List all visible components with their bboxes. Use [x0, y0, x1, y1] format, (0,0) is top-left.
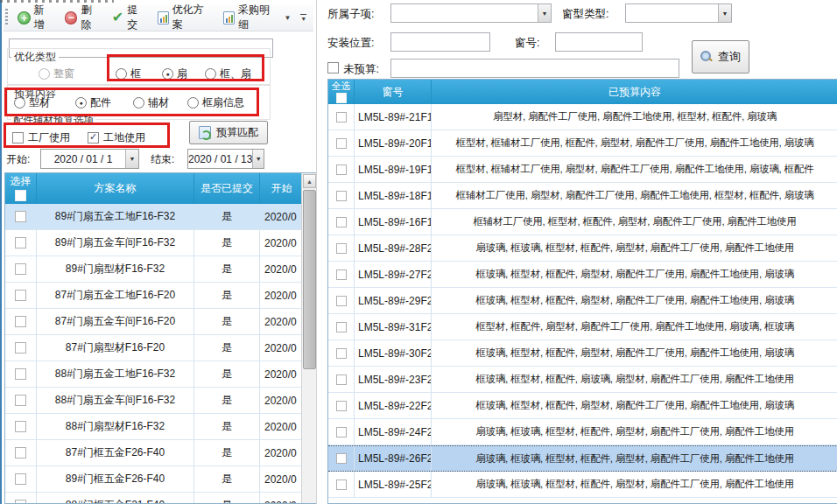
window-no: LM5L-89#-25F23: [355, 472, 432, 497]
row-checkbox[interactable]: [336, 427, 347, 438]
window-no-column-header[interactable]: 窗号: [355, 80, 432, 104]
checkbox-site-use[interactable]: ✓ 工地使用: [88, 130, 145, 145]
sub-item-select[interactable]: [390, 4, 552, 23]
table-row[interactable]: LM5L-89#-30F28框玻璃, 框型材, 框配件, 扇型材, 扇配件工厂使…: [328, 340, 837, 367]
chevron-down-icon[interactable]: [718, 4, 731, 22]
row-checkbox[interactable]: [336, 401, 347, 411]
radio-profile[interactable]: 型材: [14, 94, 50, 110]
row-checkbox[interactable]: [15, 211, 26, 222]
row-checkbox[interactable]: [336, 138, 347, 149]
row-checkbox[interactable]: [15, 316, 26, 327]
table-row[interactable]: 87#门扇五金车间F16-F20是2020/0: [5, 309, 303, 335]
table-row[interactable]: 89#门扇型材F16-F32是2020/0: [5, 256, 303, 283]
table-row[interactable]: 87#门扇五金工地F16-F20是2020/0: [5, 283, 303, 309]
no-budget-checkbox[interactable]: [327, 62, 339, 74]
budgeted-column-header[interactable]: 已预算内容: [432, 80, 837, 104]
radio-accessory[interactable]: ● 配件: [75, 94, 111, 110]
start-date-picker[interactable]: 2020 / 01 / 1: [40, 149, 139, 169]
start-column-header[interactable]: 开始: [260, 173, 303, 204]
scrollbar-thumb[interactable]: [303, 190, 316, 369]
chevron-down-icon[interactable]: [538, 4, 551, 22]
table-row[interactable]: LM5L-89#-27F25框玻璃, 框型材, 框配件, 扇型材, 扇配件工厂使…: [328, 262, 837, 288]
table-row[interactable]: LM5L-89#-16F15框辅材工厂使用, 框型材, 框配件, 扇型材, 扇配…: [328, 209, 837, 235]
window-type-select[interactable]: [625, 4, 732, 23]
row-checkbox[interactable]: [336, 164, 347, 175]
vertical-scrollbar[interactable]: [301, 173, 316, 503]
row-checkbox[interactable]: [336, 217, 347, 228]
row-checkbox[interactable]: [336, 112, 347, 122]
chevron-down-icon[interactable]: [125, 150, 138, 168]
toolbar-grip[interactable]: [5, 9, 8, 26]
install-position-input[interactable]: [390, 32, 490, 52]
row-checkbox[interactable]: [336, 374, 347, 385]
row-checkbox[interactable]: [15, 237, 26, 248]
query-button[interactable]: 查询: [692, 40, 749, 74]
panel-splitter[interactable]: [316, 0, 317, 504]
submit-button[interactable]: 提交: [108, 0, 151, 35]
window-no-input[interactable]: [555, 32, 643, 52]
row-checkbox[interactable]: [336, 243, 347, 254]
row-checkbox[interactable]: [15, 395, 26, 406]
radio-sash[interactable]: ● 扇: [162, 66, 187, 81]
table-row[interactable]: LM5L-89#-19F17框型材, 框辅材工厂使用, 扇型材, 扇配件工厂使用…: [328, 157, 837, 183]
delete-button[interactable]: 删除: [60, 0, 106, 35]
table-row[interactable]: 88#门框五金F21-F40是2020/0: [5, 493, 303, 504]
row-checkbox[interactable]: [15, 421, 26, 432]
table-row[interactable]: 88#门扇五金车间F16-F32是2020/0: [5, 388, 303, 414]
row-checkbox[interactable]: [15, 263, 26, 275]
radio-frame[interactable]: 框: [116, 66, 141, 81]
table-row[interactable]: 89#门框五金F26-F40是2020/0: [5, 466, 303, 493]
toolbar-overflow-button[interactable]: [297, 8, 310, 27]
row-checkbox[interactable]: [15, 500, 26, 504]
table-row[interactable]: 88#门扇五金工地F16-F32是2020/0: [5, 361, 303, 388]
table-row[interactable]: 89#门扇五金车间F16-F32是2020/0: [5, 230, 303, 256]
radio-frame-sash-info[interactable]: 框扇信息: [187, 94, 244, 110]
row-checkbox[interactable]: [336, 191, 347, 201]
plan-submitted: 是: [194, 388, 260, 413]
table-row[interactable]: LM5L-89#-20F18框型材, 框辅材工厂使用, 框配件, 扇型材, 扇配…: [328, 130, 837, 157]
end-date-picker[interactable]: 2020 / 01 / 13: [187, 149, 264, 169]
row-checkbox[interactable]: [336, 480, 347, 490]
plan-start: 2020/0: [260, 335, 303, 360]
table-row[interactable]: LM5L-89#-21F19扇型材, 扇配件工厂使用, 扇配件工地使用, 框型材…: [328, 104, 837, 130]
row-checkbox[interactable]: [336, 322, 347, 332]
budget-match-button[interactable]: 预算匹配: [189, 121, 268, 144]
select-all-checkbox[interactable]: [15, 190, 26, 201]
row-checkbox[interactable]: [336, 296, 347, 306]
table-row[interactable]: LM5L-89#-23F21框玻璃, 框型材, 框配件, 扇玻璃, 扇型材, 扇…: [328, 367, 837, 393]
plan-name-column-header[interactable]: 方案名称: [37, 173, 194, 204]
radio-frame-sash[interactable]: 框、扇: [205, 66, 251, 81]
row-checkbox[interactable]: [336, 348, 347, 359]
row-checkbox[interactable]: [336, 270, 347, 280]
budgeted-content: 框玻璃, 框型材, 框配件, 扇型材, 扇配件工厂使用, 扇配件工地使用, 扇玻…: [432, 340, 837, 366]
optimize-plan-button[interactable]: 优化方案: [153, 0, 217, 35]
table-row[interactable]: 87#门扇型材F16-F20是2020/0: [5, 335, 303, 361]
table-row[interactable]: LM5L-89#-29F27框玻璃, 框型材, 框配件, 扇型材, 扇配件工厂使…: [328, 288, 837, 314]
radio-whole-window[interactable]: 整窗: [39, 66, 74, 81]
chevron-down-icon[interactable]: [252, 150, 264, 168]
row-checkbox[interactable]: [15, 342, 26, 354]
no-budget-input[interactable]: [390, 59, 679, 78]
table-row[interactable]: LM5L-89#-24F22扇玻璃, 框玻璃, 框型材, 框配件, 扇型材, 扇…: [328, 419, 837, 445]
table-row[interactable]: 88#门扇型材F16-F32是2020/0: [5, 414, 303, 440]
add-button[interactable]: 新增: [13, 0, 59, 35]
table-row[interactable]: LM5L-89#-18F16框辅材工厂使用, 扇型材, 扇配件工厂使用, 扇配件…: [328, 183, 837, 209]
table-row[interactable]: LM5L-89#-22F20框玻璃, 框型材, 框配件, 扇型材, 扇配件工厂使…: [328, 393, 837, 419]
radio-auxiliary[interactable]: 辅材: [133, 94, 169, 110]
select-all-checkbox[interactable]: [336, 93, 347, 103]
table-row[interactable]: LM5L-89#-31F29框型材, 框配件, 扇型材, 扇配件工厂使用, 扇配…: [328, 314, 837, 340]
submitted-column-header[interactable]: 是否已提交: [194, 173, 260, 204]
table-row-selected[interactable]: LM5L-89#-26F24扇玻璃, 框玻璃, 框型材, 框配件, 扇型材, 扇…: [328, 445, 837, 472]
table-row[interactable]: 89#门扇五金工地F16-F32是2020/0: [5, 204, 303, 230]
row-checkbox[interactable]: [15, 473, 26, 485]
purchase-detail-button[interactable]: 采购明细: [219, 0, 295, 35]
table-row[interactable]: 87#门框五金F26-F40是2020/0: [5, 440, 303, 466]
table-row[interactable]: LM5L-89#-25F23扇玻璃, 框玻璃, 框型材, 框配件, 扇型材, 扇…: [328, 472, 837, 498]
scroll-up-icon[interactable]: [303, 174, 316, 188]
row-checkbox[interactable]: [15, 368, 26, 380]
checkbox-factory-use[interactable]: 工厂使用: [12, 130, 70, 145]
row-checkbox[interactable]: [15, 447, 26, 458]
row-checkbox[interactable]: [336, 453, 347, 464]
table-row[interactable]: LM5L-89#-28F26扇玻璃, 框玻璃, 框型材, 框配件, 扇型材, 扇…: [328, 235, 837, 262]
row-checkbox[interactable]: [15, 290, 26, 301]
